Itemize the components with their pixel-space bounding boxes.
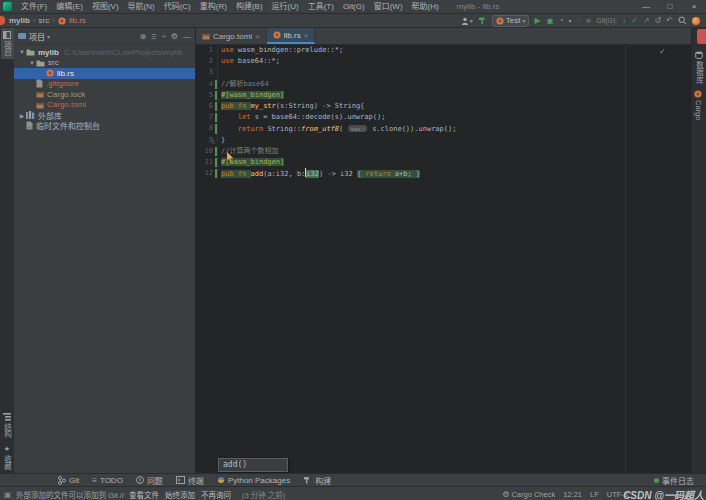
chevron-down-icon[interactable]: ▾ (47, 33, 50, 40)
toolwindow-label: 终端 (188, 475, 204, 486)
menu-r[interactable]: 重构(R) (196, 0, 231, 13)
menu-t[interactable]: 工具(T) (304, 0, 338, 13)
debug-button[interactable] (546, 17, 554, 25)
menu-c[interactable]: 代码(C) (160, 0, 195, 13)
stripe-button-数据库[interactable]: 数据库 (693, 48, 706, 87)
tab-librs[interactable]: lib.rs× (267, 28, 316, 44)
search-icon (678, 16, 687, 25)
code-area[interactable]: 1use wasm_bindgen::prelude::*;2use base6… (196, 45, 692, 473)
menu-u[interactable]: 运行(U) (268, 0, 303, 13)
git-update-button[interactable]: ↓ (622, 15, 626, 27)
code-line: 11#[wasm_bindgen] (196, 157, 692, 168)
toolwindow-Git[interactable]: Git (58, 475, 79, 486)
toolwindow-[interactable]: 问题 (136, 475, 163, 486)
tree-item-gitignore[interactable]: .gitignore (14, 79, 195, 90)
avatar-button[interactable] (692, 17, 700, 25)
tree-down-arrow-icon[interactable]: ▼ (28, 60, 36, 66)
status-panel-icon[interactable]: ▣ (4, 490, 11, 499)
problems-icon (136, 476, 144, 484)
menu-w[interactable]: 窗口(W) (370, 0, 407, 13)
tree-item-label: 临时文件和控制台 (36, 120, 100, 131)
tree-right-arrow-icon[interactable]: ▶ (18, 112, 26, 119)
rust-icon (46, 69, 54, 77)
code-token: a+b; } (391, 170, 421, 178)
stripe-button-项目[interactable]: 项目 (1, 28, 14, 59)
coverage-button[interactable]: ○ (577, 15, 582, 27)
tree-item-[interactable]: 临时文件和控制台 (14, 121, 195, 132)
debug-icon (546, 17, 554, 25)
left-tool-stripe: 项目 结构★收藏 (0, 28, 15, 473)
stripe-button-结构[interactable]: 结构 (1, 410, 14, 441)
tree-down-arrow-icon[interactable]: ▼ (18, 49, 26, 55)
status-widget-LF[interactable]: LF (590, 490, 599, 499)
tree-item-mylib[interactable]: ▼mylibC:\Users\dell\CLionProjects\mylib (14, 47, 195, 58)
expand-all-button[interactable]: Ξ (151, 32, 156, 41)
target-button[interactable]: ⊕ (140, 32, 147, 41)
toolwindow-PythonPackages[interactable]: Python Packages (217, 475, 290, 486)
gear-button[interactable]: ⚙ (171, 32, 178, 41)
inspections-ok-icon[interactable]: ✓ (659, 47, 666, 56)
project-view-icon (18, 32, 26, 40)
editor-area[interactable]: Cargo.toml×lib.rs× 1use wasm_bindgen::pr… (196, 28, 692, 473)
profiler-button[interactable]: ◔ (559, 15, 564, 27)
db-icon (695, 51, 703, 59)
git-push-button[interactable]: ↗ (643, 15, 650, 27)
close-button[interactable]: × (682, 0, 706, 13)
status-action-始终添加[interactable]: 始终添加 (165, 491, 195, 500)
editor-tab-bar: Cargo.toml×lib.rs× (196, 28, 692, 45)
tree-item-src[interactable]: ▼src (14, 58, 195, 69)
project-panel-title[interactable]: 项目 (29, 31, 45, 42)
minimize-button[interactable]: — (634, 0, 658, 13)
status-widget-CargoCheck[interactable]: ⚙Cargo Check (502, 490, 555, 499)
menu-n[interactable]: 导航(N) (124, 0, 159, 13)
menu-e[interactable]: 编辑(E) (52, 0, 87, 13)
menu-h[interactable]: 帮助(H) (408, 0, 443, 13)
tree-item-Cargolock[interactable]: Cargo.lock (14, 89, 195, 100)
menu-bar: 文件(F)编辑(E)视图(V)导航(N)代码(C)重构(R)构建(B)运行(U)… (0, 0, 706, 14)
tree-item-librs[interactable]: lib.rs (14, 68, 195, 79)
tree-item-[interactable]: ▶外部库 (14, 110, 195, 121)
toolwindow-[interactable]: 终端 (176, 475, 204, 486)
git-commit-button[interactable]: ✓ (631, 15, 638, 27)
folder-icon (26, 48, 35, 56)
chevron-down-button[interactable]: ▾ (568, 15, 571, 27)
status-action-查看文件[interactable]: 查看文件 (129, 491, 159, 500)
breadcrumb-item-mylib[interactable]: mylib (9, 16, 30, 25)
status-widget-1221[interactable]: 12:21 (563, 490, 582, 499)
search-button[interactable] (678, 16, 687, 25)
collapse-all-button[interactable]: ÷ (161, 32, 165, 41)
toolwindow-[interactable]: 构建 (303, 475, 331, 486)
gutter: 6 (196, 101, 218, 112)
code-token (221, 113, 238, 121)
status-widget-label: LF (590, 490, 599, 499)
history-button[interactable]: ↺ (655, 15, 662, 27)
run-config-selector[interactable]: Test▾ (492, 15, 530, 27)
stripe-button-收藏[interactable]: ★收藏 (1, 441, 14, 473)
fold-arrow-icon[interactable]: △ (211, 135, 215, 146)
breadcrumb-item-src[interactable]: src (39, 16, 50, 25)
tab-close-icon[interactable]: × (255, 32, 260, 41)
tab-Cargotoml[interactable]: Cargo.toml× (196, 28, 267, 44)
play-button[interactable]: ▶ (534, 15, 540, 27)
breadcrumb-item-librs[interactable]: lib.rs (69, 16, 86, 25)
tab-close-icon[interactable]: × (304, 31, 309, 40)
code-token: vec: (348, 125, 366, 132)
toolwindow-TODO[interactable]: ≡TODO (92, 475, 123, 486)
menu-b[interactable]: 构建(B) (232, 0, 267, 13)
project-panel: 项目 ▾ ⊕Ξ÷⚙― ▼mylibC:\Users\dell\CLionProj… (14, 28, 196, 473)
line-number: 11 (205, 158, 213, 166)
hide-button[interactable]: ― (183, 32, 191, 41)
menu-v[interactable]: 视图(V) (88, 0, 123, 13)
status-action-不再询问[interactable]: 不再询问 (201, 491, 231, 500)
user-button[interactable]: ▾ (461, 15, 473, 27)
tree-item-Cargotoml[interactable]: Cargo.toml (14, 100, 195, 111)
hammer-button[interactable] (478, 16, 487, 25)
stripe-button-Cargo[interactable]: Cargo (693, 87, 704, 123)
stop-button[interactable]: ■ (586, 15, 591, 27)
maximize-button[interactable]: □ (658, 0, 682, 13)
menu-gitg[interactable]: Git(G) (339, 0, 369, 13)
menu-f[interactable]: 文件(F) (17, 0, 51, 13)
line-number: 7 (209, 113, 213, 121)
event-log-button[interactable]: 事件日志 (654, 475, 694, 486)
rollback-button[interactable]: ↶ (666, 15, 673, 27)
